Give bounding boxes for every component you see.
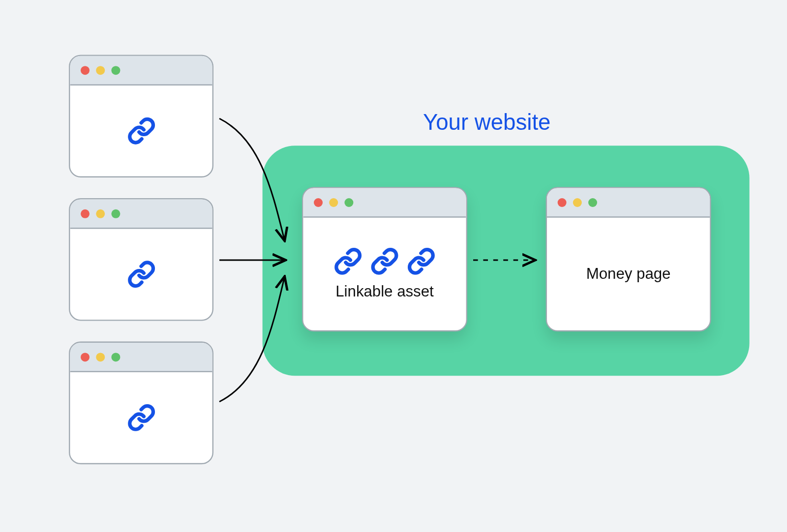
money-page-label: Money page (586, 265, 671, 283)
arrow-external2-to-asset (219, 254, 290, 266)
arrow-external3-to-asset (213, 269, 290, 408)
minimize-icon (329, 198, 338, 207)
minimize-icon (96, 209, 105, 218)
external-page-3 (69, 342, 213, 465)
minimize-icon (96, 353, 105, 361)
link-icon (407, 247, 436, 276)
close-icon (81, 353, 90, 361)
linkable-asset-page: Linkable asset (302, 187, 467, 331)
external-page-2 (69, 198, 213, 321)
link-icon (127, 260, 155, 289)
close-icon (314, 198, 323, 207)
link-icon (334, 247, 363, 276)
external-page-1 (69, 55, 213, 177)
close-icon (81, 66, 90, 75)
links-row (334, 247, 435, 276)
arrow-external1-to-asset (213, 116, 290, 251)
link-icon (370, 247, 399, 276)
website-title: Your website (423, 110, 550, 135)
maximize-icon (111, 66, 120, 75)
titlebar (70, 56, 212, 86)
maximize-icon (344, 198, 353, 207)
maximize-icon (588, 198, 597, 207)
maximize-icon (111, 209, 120, 218)
close-icon (558, 198, 567, 207)
seo-middleman-diagram: Your website (4, 0, 783, 532)
close-icon (81, 209, 90, 218)
money-page: Money page (546, 187, 711, 331)
titlebar (547, 188, 710, 218)
link-icon (127, 404, 155, 432)
minimize-icon (573, 198, 582, 207)
titlebar (70, 343, 212, 372)
minimize-icon (96, 66, 105, 75)
maximize-icon (111, 353, 120, 361)
titlebar (303, 188, 466, 218)
linkable-asset-label: Linkable asset (335, 283, 433, 301)
link-icon (127, 117, 155, 145)
arrow-asset-to-money-dashed (473, 254, 541, 266)
titlebar (70, 199, 212, 229)
